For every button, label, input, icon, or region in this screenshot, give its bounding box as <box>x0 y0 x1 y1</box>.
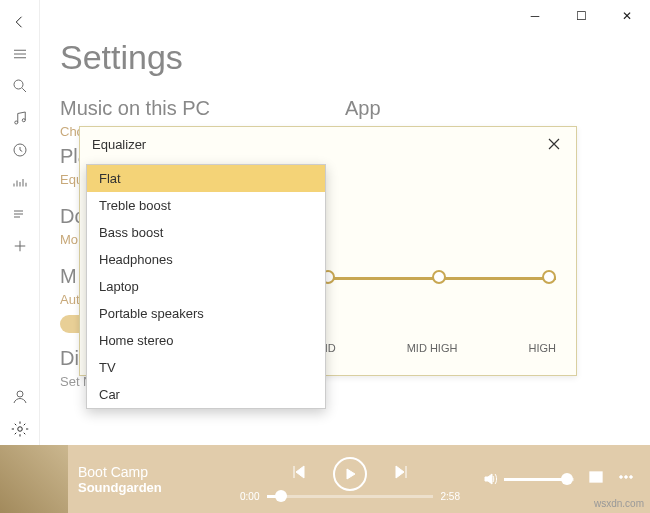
minimize-button[interactable]: ─ <box>512 0 558 32</box>
svg-point-5 <box>17 427 22 432</box>
time-elapsed: 0:00 <box>240 491 259 502</box>
eq-knob-high[interactable] <box>542 270 556 284</box>
close-button[interactable]: ✕ <box>604 0 650 32</box>
svg-point-8 <box>625 476 628 479</box>
preset-option[interactable]: Treble boost <box>87 192 325 219</box>
previous-button[interactable] <box>291 464 307 484</box>
watermark: wsxdn.com <box>594 498 644 509</box>
window-titlebar: ─ ☐ ✕ <box>0 0 650 32</box>
settings-icon[interactable] <box>0 413 40 445</box>
music-icon[interactable] <box>0 102 40 134</box>
play-button[interactable] <box>333 457 367 491</box>
progress-bar[interactable]: 0:00 2:58 <box>240 491 460 502</box>
section-app-heading: App <box>345 97 630 120</box>
preset-option[interactable]: Laptop <box>87 273 325 300</box>
preset-option[interactable]: Flat <box>87 165 325 192</box>
recent-icon[interactable] <box>0 134 40 166</box>
player-bar: Boot Camp Soundgarden 0:00 2:58 <box>0 445 650 513</box>
volume-icon <box>482 471 498 487</box>
volume-control[interactable] <box>482 471 574 487</box>
eq-knob-midhigh[interactable] <box>432 270 446 284</box>
preset-option[interactable]: Bass boost <box>87 219 325 246</box>
svg-point-7 <box>620 476 623 479</box>
svg-point-4 <box>17 391 23 397</box>
track-meta[interactable]: Boot Camp Soundgarden <box>78 464 218 495</box>
preset-option[interactable]: Headphones <box>87 246 325 273</box>
more-button[interactable] <box>618 469 634 489</box>
preset-option[interactable]: TV <box>87 354 325 381</box>
preset-option[interactable]: Portable speakers <box>87 300 325 327</box>
maximize-button[interactable]: ☐ <box>558 0 604 32</box>
page-title: Settings <box>60 38 630 77</box>
svg-point-9 <box>630 476 633 479</box>
nav-rail <box>0 0 40 445</box>
now-playing-icon[interactable] <box>0 166 40 198</box>
album-art[interactable] <box>0 445 68 513</box>
now-playing-view-button[interactable] <box>588 469 604 489</box>
search-button[interactable] <box>0 70 40 102</box>
playlists-icon[interactable] <box>0 198 40 230</box>
track-artist: Soundgarden <box>78 480 218 495</box>
hamburger-button[interactable] <box>0 38 40 70</box>
svg-point-2 <box>22 119 25 122</box>
equalizer-preset-dropdown[interactable]: Flat Treble boost Bass boost Headphones … <box>86 164 326 409</box>
equalizer-title: Equalizer <box>92 137 146 152</box>
track-title: Boot Camp <box>78 464 218 480</box>
add-button[interactable] <box>0 230 40 262</box>
section-music-heading: Music on this PC <box>60 97 345 120</box>
svg-point-1 <box>14 121 17 124</box>
equalizer-close-button[interactable] <box>544 134 564 154</box>
preset-option[interactable]: Home stereo <box>87 327 325 354</box>
account-icon[interactable] <box>0 381 40 413</box>
preset-option[interactable]: Car <box>87 381 325 408</box>
time-total: 2:58 <box>441 491 460 502</box>
next-button[interactable] <box>393 464 409 484</box>
back-button[interactable] <box>0 6 40 38</box>
svg-point-0 <box>14 80 23 89</box>
